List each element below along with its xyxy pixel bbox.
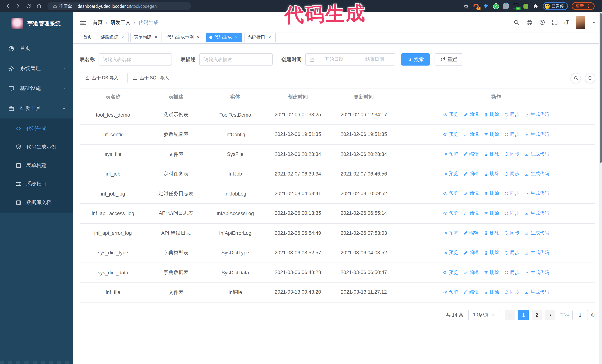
bookmark-star-icon[interactable]: [463, 3, 469, 9]
action-delete-link[interactable]: 删除: [484, 131, 499, 137]
search-button[interactable]: 搜索: [401, 53, 430, 65]
action-generate-link[interactable]: 生成代码: [525, 210, 549, 217]
action-edit-link[interactable]: 编辑: [463, 289, 479, 295]
action-edit-link[interactable]: 编辑: [463, 250, 479, 256]
action-edit-link[interactable]: 编辑: [463, 171, 479, 177]
extension-bot-icon[interactable]: [523, 3, 529, 9]
scrollbar-thumb[interactable]: [600, 13, 602, 163]
tab-codegen-example[interactable]: 代码生成示例×: [164, 32, 204, 42]
action-edit-link[interactable]: 编辑: [463, 210, 479, 217]
fullscreen-icon[interactable]: [552, 19, 558, 26]
address-bar[interactable]: 不安全 dashboard.yudao.iocoder.cn/tool/code…: [47, 2, 191, 10]
action-edit-link[interactable]: 编辑: [463, 131, 479, 137]
toggle-search-button[interactable]: [570, 73, 581, 83]
action-preview-link[interactable]: 预览: [443, 151, 458, 157]
action-preview-link[interactable]: 预览: [443, 230, 458, 236]
update-badge[interactable]: 更新 ⋮: [572, 2, 595, 10]
search-icon[interactable]: [514, 19, 520, 26]
sidebar-logo[interactable]: 芋道管理系统: [0, 12, 73, 35]
action-delete-link[interactable]: 删除: [484, 269, 499, 276]
caret-down-icon[interactable]: [592, 20, 596, 25]
action-delete-link[interactable]: 删除: [484, 112, 499, 118]
sidebar-item-form-builder[interactable]: 表单构建: [0, 156, 73, 175]
breadcrumb-home[interactable]: 首页: [93, 19, 103, 26]
action-edit-link[interactable]: 编辑: [463, 151, 479, 157]
action-preview-link[interactable]: 预览: [443, 269, 458, 276]
action-generate-link[interactable]: 生成代码: [525, 151, 549, 157]
action-generate-link[interactable]: 生成代码: [525, 171, 549, 177]
help-icon[interactable]: [539, 19, 545, 26]
close-icon[interactable]: ×: [234, 35, 239, 40]
goto-page-input[interactable]: [572, 310, 588, 320]
import-db-button[interactable]: 基于 DB 导入: [80, 73, 124, 83]
action-edit-link[interactable]: 编辑: [463, 230, 479, 236]
action-delete-link[interactable]: 删除: [484, 250, 499, 256]
next-page-button[interactable]: [545, 310, 555, 320]
action-sync-link[interactable]: 同步: [504, 269, 519, 276]
sidebar-item-system-api[interactable]: 系统接口: [0, 175, 73, 193]
extension-orange-icon[interactable]: 1: [473, 3, 479, 9]
date-range-picker[interactable]: 开始日期 - 结束日期: [305, 53, 395, 65]
action-delete-link[interactable]: 删除: [484, 210, 499, 217]
sidebar-item-home[interactable]: 首页: [0, 39, 73, 59]
sidebar-item-system[interactable]: 系统管理: [0, 59, 73, 79]
table-desc-input[interactable]: [199, 53, 273, 65]
extension-gem-icon[interactable]: [483, 3, 489, 9]
prev-page-button[interactable]: [505, 310, 515, 320]
extension-dark-icon[interactable]: on: [513, 3, 519, 9]
import-sql-button[interactable]: 基于 SQL 导入: [128, 73, 174, 83]
action-edit-link[interactable]: 编辑: [463, 112, 479, 118]
action-sync-link[interactable]: 同步: [504, 230, 519, 236]
action-preview-link[interactable]: 预览: [443, 131, 458, 137]
action-preview-link[interactable]: 预览: [443, 289, 458, 295]
breadcrumb-devtools[interactable]: 研发工具: [111, 19, 130, 26]
action-preview-link[interactable]: 预览: [443, 171, 458, 177]
action-generate-link[interactable]: 生成代码: [525, 131, 549, 137]
action-delete-link[interactable]: 删除: [484, 171, 499, 177]
action-preview-link[interactable]: 预览: [443, 190, 458, 197]
collapse-sidebar-icon[interactable]: [80, 19, 87, 26]
browser-back-button[interactable]: [3, 2, 13, 10]
sidebar-scrollbar[interactable]: [0, 361, 73, 364]
action-generate-link[interactable]: 生成代码: [525, 230, 549, 236]
tab-tracing[interactable]: 链路追踪×: [97, 32, 129, 42]
action-delete-link[interactable]: 删除: [484, 190, 499, 197]
action-generate-link[interactable]: 生成代码: [525, 190, 549, 197]
action-sync-link[interactable]: 同步: [504, 250, 519, 256]
action-generate-link[interactable]: 生成代码: [525, 269, 549, 276]
sidebar-item-infra[interactable]: 基础设施: [0, 79, 73, 98]
window-scrollbar[interactable]: [599, 12, 602, 364]
tab-system-api[interactable]: 系统接口×: [244, 32, 276, 42]
reset-button[interactable]: 重置: [435, 53, 463, 65]
end-date-placeholder[interactable]: 结束日期: [358, 56, 391, 62]
github-icon[interactable]: [526, 19, 533, 26]
browser-reload-button[interactable]: [24, 2, 33, 10]
refresh-table-button[interactable]: [585, 73, 595, 83]
action-generate-link[interactable]: 生成代码: [525, 250, 549, 256]
table-name-input[interactable]: [98, 53, 172, 65]
extension-check-icon[interactable]: ✓: [493, 3, 499, 9]
action-delete-link[interactable]: 删除: [484, 289, 499, 295]
close-icon[interactable]: ×: [267, 35, 272, 40]
action-preview-link[interactable]: 预览: [443, 112, 458, 118]
font-size-icon[interactable]: tT: [564, 19, 570, 26]
tab-home[interactable]: 首页: [80, 32, 95, 42]
close-icon[interactable]: ×: [120, 35, 125, 40]
action-preview-link[interactable]: 预览: [443, 250, 458, 256]
action-sync-link[interactable]: 同步: [504, 151, 519, 157]
close-icon[interactable]: ×: [153, 35, 159, 40]
action-delete-link[interactable]: 删除: [484, 230, 499, 236]
browser-home-button[interactable]: [34, 2, 44, 10]
action-preview-link[interactable]: 预览: [443, 210, 458, 217]
start-date-placeholder[interactable]: 开始日期: [317, 56, 351, 62]
avatar[interactable]: [576, 16, 585, 29]
action-sync-link[interactable]: 同步: [504, 289, 519, 295]
action-sync-link[interactable]: 同步: [504, 210, 519, 217]
extensions-puzzle-icon[interactable]: [533, 3, 539, 9]
close-icon[interactable]: ×: [196, 35, 201, 40]
action-edit-link[interactable]: 编辑: [463, 190, 479, 197]
sidebar-item-codegen[interactable]: 代码生成: [0, 119, 73, 138]
sidebar-item-db-doc[interactable]: 数据库文档: [0, 193, 73, 212]
action-sync-link[interactable]: 同步: [504, 190, 519, 197]
action-generate-link[interactable]: 生成代码: [525, 112, 549, 118]
